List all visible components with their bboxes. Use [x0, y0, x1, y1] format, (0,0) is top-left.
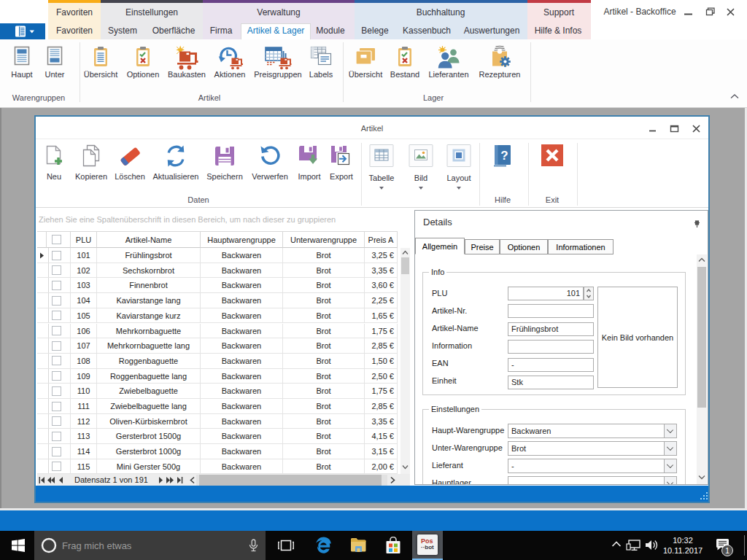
- svg-text:?: ?: [500, 149, 508, 163]
